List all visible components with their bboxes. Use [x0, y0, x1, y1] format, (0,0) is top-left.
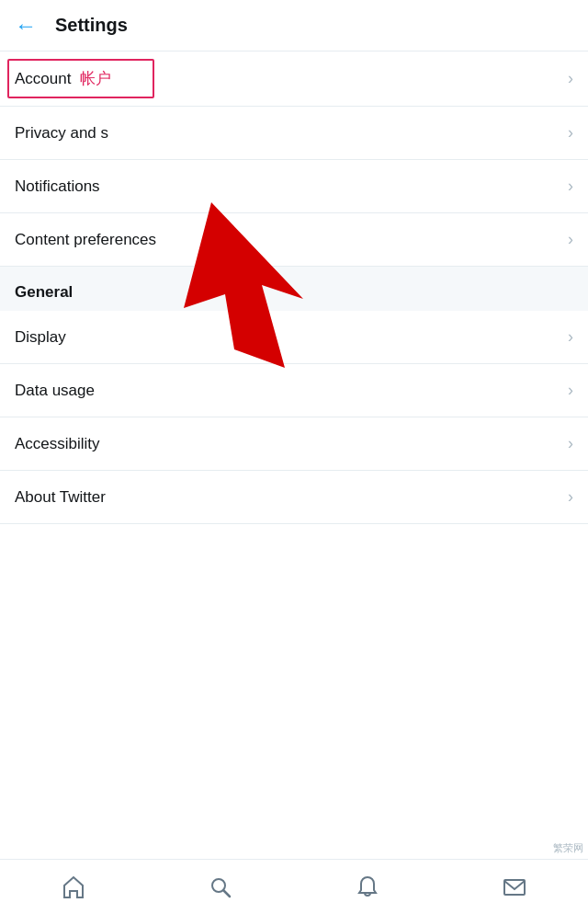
item-label-privacy: Privacy and s — [15, 124, 108, 143]
bottom-nav — [0, 859, 588, 914]
item-left-about: About Twitter — [15, 488, 106, 507]
watermark: 繁荣网 — [548, 840, 588, 857]
chevron-notifications: › — [568, 177, 573, 196]
page-title: Settings — [55, 15, 128, 36]
item-left-account: Account帐户 — [15, 68, 111, 89]
settings-item-privacy[interactable]: Privacy and s› — [0, 107, 588, 160]
settings-item-data-usage[interactable]: Data usage› — [0, 364, 588, 417]
chevron-data-usage: › — [568, 381, 573, 400]
item-label-content: Content preferences — [15, 231, 156, 249]
back-button[interactable]: ← — [15, 13, 37, 39]
settings-item-content[interactable]: Content preferences› — [0, 213, 588, 267]
chevron-about: › — [568, 487, 573, 507]
settings-item-display[interactable]: Display› — [0, 311, 588, 364]
item-left-data-usage: Data usage — [15, 382, 95, 400]
item-left-privacy: Privacy and s — [15, 124, 108, 143]
item-label-data-usage: Data usage — [15, 382, 95, 400]
nav-notifications[interactable] — [345, 864, 390, 910]
settings-list: Account帐户›Privacy and s›Notifications›Co… — [0, 51, 588, 524]
settings-item-about[interactable]: About Twitter› — [0, 471, 588, 524]
item-left-content: Content preferences — [15, 231, 156, 249]
item-left-display: Display — [15, 328, 66, 347]
nav-messages[interactable] — [492, 864, 537, 910]
chevron-accessibility: › — [568, 434, 573, 453]
chevron-display: › — [568, 327, 573, 347]
chevron-content: › — [568, 230, 573, 249]
item-label-accessibility: Accessibility — [15, 435, 100, 453]
settings-item-accessibility[interactable]: Accessibility› — [0, 417, 588, 471]
chevron-privacy: › — [568, 123, 573, 143]
nav-home[interactable] — [51, 864, 96, 910]
item-label-account: Account — [15, 70, 71, 88]
item-left-accessibility: Accessibility — [15, 435, 100, 453]
nav-search[interactable] — [198, 864, 243, 910]
search-icon — [208, 874, 233, 900]
mail-icon — [502, 874, 527, 900]
bell-icon — [355, 874, 380, 900]
item-label-notifications: Notifications — [15, 177, 100, 196]
settings-item-notifications[interactable]: Notifications› — [0, 160, 588, 213]
svg-line-3 — [223, 890, 230, 897]
section-label-general-section: General — [0, 267, 588, 311]
home-icon — [61, 874, 86, 900]
item-label-display: Display — [15, 328, 66, 347]
chevron-account: › — [568, 69, 573, 88]
svg-rect-4 — [504, 880, 525, 895]
settings-item-account[interactable]: Account帐户› — [0, 51, 588, 107]
header: ← Settings — [0, 0, 588, 51]
item-annotation-account: 帐户 — [80, 68, 111, 89]
item-left-notifications: Notifications — [15, 177, 100, 196]
item-label-about: About Twitter — [15, 488, 106, 507]
